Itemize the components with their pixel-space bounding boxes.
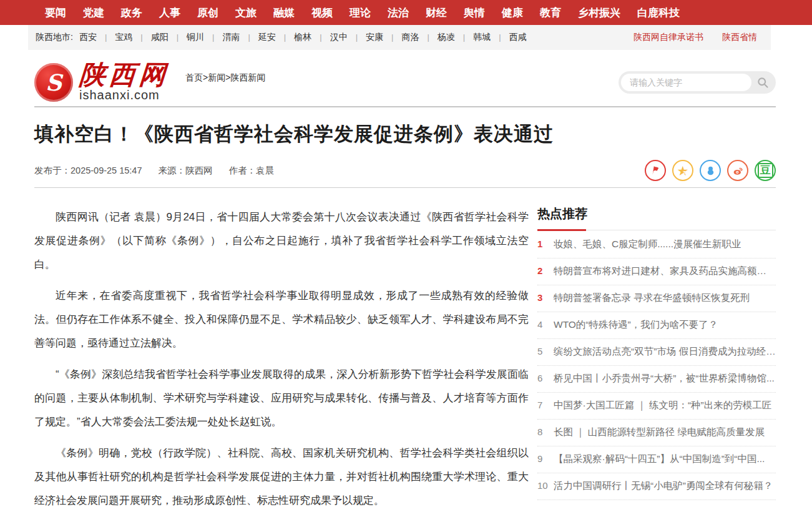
hot-item-rank: 7 xyxy=(537,400,554,410)
meta-divider xyxy=(34,187,776,188)
hot-item-title: 中国梦·大国工匠篇 ｜ 练文明：“种”出来的劳模工匠 xyxy=(554,399,771,412)
source-value: 陕西网 xyxy=(185,165,213,175)
hot-list-item[interactable]: 4 WTO的“特殊待遇”，我们为啥不要了？ xyxy=(537,312,776,339)
city-link[interactable]: 商洛 xyxy=(401,32,437,43)
search-button[interactable] xyxy=(751,74,773,91)
author-value: 袁晨 xyxy=(256,165,274,175)
hot-item-title: 活力中国调研行丨无锡“小电驴”勇闯全球有何秘籍？ xyxy=(554,480,773,493)
share-flag-icon[interactable] xyxy=(645,160,666,181)
hot-list: 1 妆娘、毛娘、C服定制师......漫展催生新职业 2 特朗普宣布将对进口建材… xyxy=(537,232,776,500)
hot-item-title: 妆娘、毛娘、C服定制师......漫展催生新职业 xyxy=(554,238,741,251)
nav-item[interactable]: 教育 xyxy=(540,6,561,20)
qq-icon[interactable] xyxy=(700,160,721,181)
search-icon xyxy=(756,76,769,89)
nav-item[interactable]: 健康 xyxy=(502,6,523,20)
hot-item-rank: 6 xyxy=(537,373,554,383)
site-header: S 陕西网 ishaanxi.com 首页>新闻>陕西新闻 xyxy=(34,59,776,106)
author-label: 作者： xyxy=(229,165,257,175)
top-nav-menu: 要闻党建政务人事原创文旅融媒视频理论法治财经舆情健康教育乡村振兴白鹿科技 xyxy=(0,0,812,25)
city-link[interactable]: 榆林 xyxy=(294,32,330,43)
city-link[interactable]: 西咸 xyxy=(509,32,527,43)
hot-list-item[interactable]: 2 特朗普宣布将对进口建材、家具及药品实施高额关税 xyxy=(537,258,776,285)
nav-item[interactable]: 原创 xyxy=(197,6,218,20)
city-link[interactable]: 延安 xyxy=(258,32,294,43)
hot-list-item[interactable]: 9 【晶采观察·解码“十四五”】从“中国制造”到“中国... xyxy=(537,446,776,473)
city-link[interactable]: 宝鸡 xyxy=(115,32,150,43)
hot-list-item[interactable]: 10 活力中国调研行丨无锡“小电驴”勇闯全球有何秘籍？ xyxy=(537,473,776,500)
city-link[interactable]: 西安 xyxy=(79,32,115,43)
city-link[interactable]: 韩城 xyxy=(473,32,509,43)
nav-item[interactable]: 财经 xyxy=(426,6,447,20)
hot-list-item[interactable]: 7 中国梦·大国工匠篇 ｜ 练文明：“种”出来的劳模工匠 xyxy=(537,393,776,420)
hot-list-item[interactable]: 5 缤纷文旅活动点亮“双节”市场 假日消费成为拉动经济... xyxy=(537,339,776,366)
nav-item[interactable]: 政务 xyxy=(121,6,142,20)
hot-item-rank: 1 xyxy=(537,239,554,249)
city-link[interactable]: 咸阳 xyxy=(151,32,187,43)
source-label: 来源： xyxy=(159,165,186,175)
article-meta-row: 发布于：2025-09-25 15:47 来源：陕西网 作者：袁晨 ★z 豆 xyxy=(34,160,776,181)
author: 作者：袁晨 xyxy=(229,165,275,177)
hot-item-title: 特朗普宣布将对进口建材、家具及药品实施高额关税 xyxy=(554,265,776,278)
citybar-red-link[interactable]: 陕西网自律承诺书 xyxy=(633,32,703,43)
nav-item[interactable]: 法治 xyxy=(388,6,409,20)
article-paragraph: “《条例》深刻总结我省哲学社会科学事业发展取得的成果，深入分析新形势下哲学社会科… xyxy=(34,363,529,434)
search-box xyxy=(619,71,776,94)
qzone-icon[interactable]: ★z xyxy=(672,160,693,181)
hot-item-title: 特朗普签署备忘录 寻求在华盛顿特区恢复死刑 xyxy=(554,292,750,305)
hot-list-item[interactable]: 3 特朗普签署备忘录 寻求在华盛顿特区恢复死刑 xyxy=(537,285,776,312)
hot-item-title: 长图 ｜ 山西能源转型新路径 绿电赋能高质量发展 xyxy=(554,426,765,439)
nav-item[interactable]: 人事 xyxy=(159,6,180,20)
city-link[interactable]: 安康 xyxy=(366,32,401,43)
nav-item[interactable]: 文旅 xyxy=(235,6,257,20)
publish-time: 发布于：2025-09-25 15:47 xyxy=(34,165,142,177)
hot-item-rank: 5 xyxy=(537,346,554,357)
site-logo[interactable]: S 陕西网 ishaanxi.com xyxy=(34,62,169,102)
nav-item[interactable]: 融媒 xyxy=(273,6,295,20)
nav-item[interactable]: 理论 xyxy=(350,6,371,20)
share-bar: ★z 豆 xyxy=(645,160,776,181)
article-paragraph: 陕西网讯（记者 袁晨）9月24日，省十四届人大常委会第十八次会议表决通过《陕西省… xyxy=(34,205,529,277)
hot-item-rank: 3 xyxy=(537,292,554,303)
logo-letter: S xyxy=(46,69,62,96)
hot-item-rank: 2 xyxy=(537,265,554,276)
page: { "colors": { "nav_red": "#c6322e", "cit… xyxy=(0,0,812,512)
weibo-icon[interactable] xyxy=(727,160,748,181)
douban-icon[interactable]: 豆 xyxy=(755,160,776,181)
breadcrumb[interactable]: 首页>新闻>陕西新闻 xyxy=(185,72,265,84)
article-title: 填补空白！《陕西省哲学社会科学发展促进条例》表决通过 xyxy=(34,121,776,147)
citybar-red-link[interactable]: 陕西省情 xyxy=(722,32,757,43)
search-input[interactable] xyxy=(621,74,751,91)
nav-item[interactable]: 乡村振兴 xyxy=(578,6,620,20)
article-paragraph: 《条例》明确，党校（行政学院）、社科院、高校、国家机关研究机构、哲学社会科学类社… xyxy=(34,441,529,512)
hot-list-item[interactable]: 8 长图 ｜ 山西能源转型新路径 绿电赋能高质量发展 xyxy=(537,420,776,446)
article-body: 陕西网讯（记者 袁晨）9月24日，省十四届人大常委会第十八次会议表决通过《陕西省… xyxy=(34,205,529,512)
hot-sidebar: 热点推荐 1 妆娘、毛娘、C服定制师......漫展催生新职业 2 特朗普宣布将… xyxy=(537,205,776,512)
nav-item[interactable]: 舆情 xyxy=(464,6,485,20)
hot-item-rank: 10 xyxy=(537,480,554,491)
hot-list-item[interactable]: 1 妆娘、毛娘、C服定制师......漫展催生新职业 xyxy=(537,232,776,258)
hot-item-rank: 4 xyxy=(537,319,554,330)
main-columns: 陕西网讯（记者 袁晨）9月24日，省十四届人大常委会第十八次会议表决通过《陕西省… xyxy=(34,205,776,512)
hot-list-item[interactable]: 6 桥见中国丨小乔贵州寻“大桥”，被“世界桥梁博物馆... xyxy=(537,366,776,393)
city-link[interactable]: 铜川 xyxy=(187,32,222,43)
header-divider xyxy=(34,106,776,107)
nav-item[interactable]: 视频 xyxy=(311,6,333,20)
publish-value: 2025-09-25 15:47 xyxy=(71,165,142,175)
city-bar-right-links: 陕西网自律承诺书陕西省情 xyxy=(633,32,757,43)
hot-item-title: 缤纷文旅活动点亮“双节”市场 假日消费成为拉动经济... xyxy=(554,345,776,358)
city-bar-label: 陕西地市: xyxy=(36,32,73,43)
sidebar-title: 热点推荐 xyxy=(537,205,776,230)
city-link[interactable]: 渭南 xyxy=(222,32,258,43)
nav-item[interactable]: 要闻 xyxy=(45,6,66,20)
article-meta: 发布于：2025-09-25 15:47 来源：陕西网 作者：袁晨 xyxy=(34,165,274,177)
nav-item[interactable]: 白鹿科技 xyxy=(637,6,680,20)
city-link[interactable]: 汉中 xyxy=(330,32,366,43)
nav-item[interactable]: 党建 xyxy=(83,6,104,20)
main-content: 填补空白！《陕西省哲学社会科学发展促进条例》表决通过 发布于：2025-09-2… xyxy=(0,121,812,512)
hot-item-rank: 9 xyxy=(537,453,554,464)
city-link[interactable]: 杨凌 xyxy=(438,32,473,43)
logo-emblem-icon: S xyxy=(34,63,73,102)
source: 来源：陕西网 xyxy=(159,165,213,177)
logo-text: 陕西网 ishaanxi.com xyxy=(79,62,169,102)
hot-item-title: WTO的“特殊待遇”，我们为啥不要了？ xyxy=(554,318,718,332)
